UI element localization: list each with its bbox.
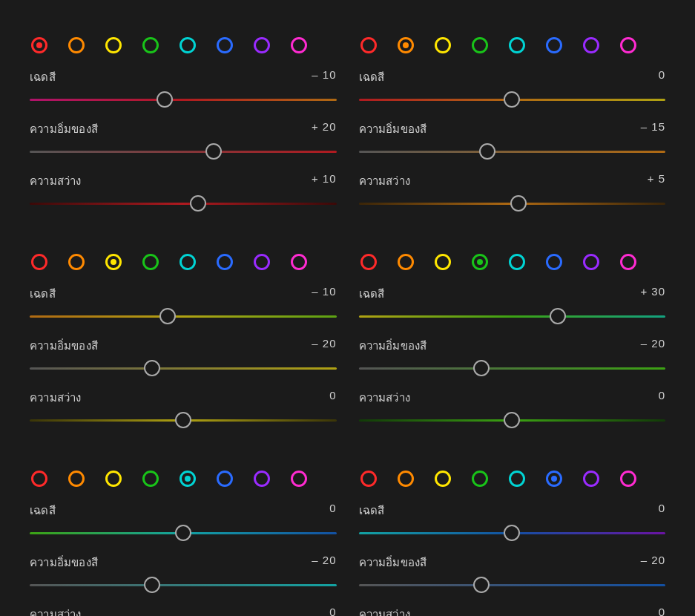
color-swatch[interactable] <box>142 254 159 270</box>
saturation-thumb[interactable] <box>144 360 160 376</box>
color-swatch[interactable] <box>620 254 636 270</box>
saturation-track[interactable] <box>30 577 337 592</box>
color-swatch[interactable] <box>105 37 122 53</box>
color-swatch[interactable] <box>583 37 599 53</box>
color-swatch[interactable] <box>291 471 307 487</box>
luminance-track[interactable] <box>30 196 337 211</box>
color-swatch[interactable] <box>620 471 636 487</box>
color-swatch[interactable] <box>546 471 562 487</box>
color-swatch[interactable] <box>179 471 196 487</box>
saturation-slider: ความอิ่มของสี– 20 <box>30 337 337 376</box>
saturation-thumb[interactable] <box>473 360 490 376</box>
hue-thumb[interactable] <box>175 525 191 541</box>
hue-track[interactable] <box>30 525 337 540</box>
color-swatch[interactable] <box>68 254 85 270</box>
color-swatch[interactable] <box>31 254 47 270</box>
color-swatch[interactable] <box>254 254 270 270</box>
hue-value: – 10 <box>312 285 336 303</box>
saturation-slider: ความอิ่มของสี– 20 <box>359 554 666 592</box>
hue-label: เฉดสี <box>359 68 385 86</box>
color-swatch[interactable] <box>68 37 85 53</box>
color-swatch[interactable] <box>142 471 159 487</box>
color-swatch[interactable] <box>546 37 562 53</box>
hue-track[interactable] <box>359 309 666 324</box>
saturation-track[interactable] <box>359 361 666 376</box>
color-swatch[interactable] <box>583 471 599 487</box>
saturation-label: ความอิ่มของสี <box>30 120 98 138</box>
color-swatch[interactable] <box>291 254 307 270</box>
hue-value: 0 <box>659 68 665 86</box>
color-swatch[interactable] <box>179 254 196 270</box>
color-swatch-row <box>30 37 337 53</box>
color-swatch[interactable] <box>254 37 270 53</box>
saturation-value: – 20 <box>312 554 336 571</box>
color-swatch[interactable] <box>509 254 525 270</box>
hue-track[interactable] <box>30 309 337 324</box>
luminance-value: + 10 <box>312 172 337 190</box>
saturation-value: – 20 <box>312 337 336 355</box>
hue-thumb[interactable] <box>157 91 173 108</box>
saturation-label: ความอิ่มของสี <box>359 554 427 571</box>
hue-track[interactable] <box>359 525 666 540</box>
luminance-track[interactable] <box>359 196 666 211</box>
saturation-thumb[interactable] <box>205 143 222 160</box>
saturation-track[interactable] <box>30 144 337 159</box>
color-swatch[interactable] <box>142 37 159 53</box>
color-swatch[interactable] <box>398 37 414 53</box>
hue-thumb[interactable] <box>504 525 520 541</box>
color-swatch[interactable] <box>435 254 451 270</box>
color-swatch[interactable] <box>398 254 414 270</box>
color-swatch[interactable] <box>583 254 599 270</box>
luminance-value: 0 <box>329 606 336 616</box>
hue-label: เฉดสี <box>30 68 56 86</box>
color-swatch[interactable] <box>68 471 85 487</box>
color-swatch[interactable] <box>360 254 377 270</box>
saturation-thumb[interactable] <box>144 577 160 593</box>
color-swatch[interactable] <box>105 471 122 487</box>
color-swatch[interactable] <box>217 471 233 487</box>
color-swatch[interactable] <box>472 471 488 487</box>
luminance-thumb[interactable] <box>190 195 206 212</box>
saturation-track[interactable] <box>30 361 337 376</box>
color-swatch[interactable] <box>217 254 233 270</box>
color-swatch[interactable] <box>31 471 47 487</box>
luminance-track[interactable] <box>359 413 666 427</box>
hue-track[interactable] <box>30 92 337 107</box>
color-swatch[interactable] <box>472 37 488 53</box>
luminance-thumb[interactable] <box>504 412 520 428</box>
color-swatch-row <box>359 254 666 270</box>
hue-label: เฉดสี <box>30 502 56 520</box>
color-swatch[interactable] <box>291 37 307 53</box>
hue-thumb[interactable] <box>550 308 566 324</box>
luminance-track[interactable] <box>30 413 337 427</box>
color-swatch[interactable] <box>620 37 636 53</box>
hue-thumb[interactable] <box>159 308 176 324</box>
color-swatch[interactable] <box>398 471 414 487</box>
luminance-thumb[interactable] <box>175 412 191 428</box>
hue-value: – 10 <box>312 68 336 86</box>
color-swatch[interactable] <box>254 471 270 487</box>
color-swatch[interactable] <box>546 254 562 270</box>
hue-thumb[interactable] <box>504 91 520 108</box>
saturation-thumb[interactable] <box>479 143 495 160</box>
color-swatch[interactable] <box>31 37 47 53</box>
hue-track[interactable] <box>359 92 666 107</box>
color-swatch[interactable] <box>217 37 233 53</box>
saturation-thumb[interactable] <box>473 577 490 593</box>
color-swatch[interactable] <box>509 471 525 487</box>
color-swatch[interactable] <box>105 254 122 270</box>
color-swatch[interactable] <box>179 37 196 53</box>
color-swatch[interactable] <box>435 37 451 53</box>
color-swatch[interactable] <box>509 37 525 53</box>
color-swatch-row <box>359 471 666 487</box>
luminance-thumb[interactable] <box>510 195 527 212</box>
color-swatch[interactable] <box>360 37 377 53</box>
color-swatch[interactable] <box>472 254 488 270</box>
hue-value: + 30 <box>640 285 665 303</box>
saturation-track[interactable] <box>359 144 666 159</box>
color-swatch[interactable] <box>360 471 377 487</box>
color-swatch[interactable] <box>435 471 451 487</box>
saturation-label: ความอิ่มของสี <box>30 337 98 355</box>
saturation-track[interactable] <box>359 577 666 592</box>
hue-label: เฉดสี <box>359 502 385 520</box>
